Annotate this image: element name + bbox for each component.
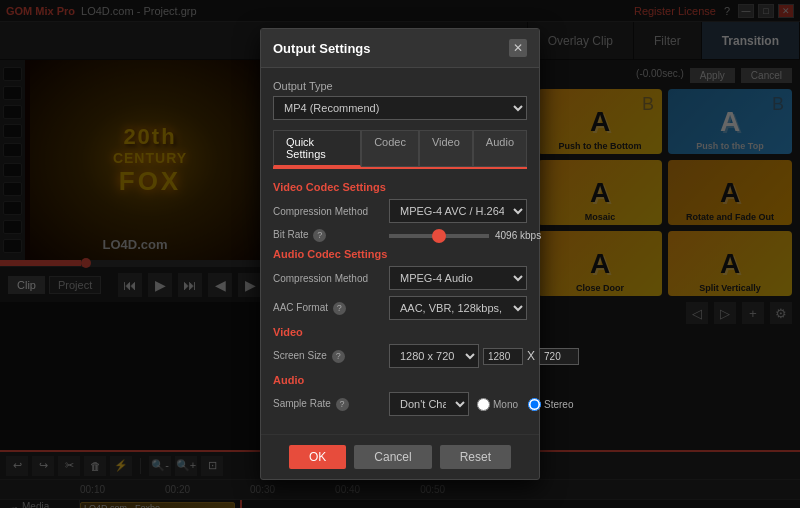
screen-size-info-icon[interactable]: ?: [332, 350, 345, 363]
modal-footer: OK Cancel Reset: [261, 434, 539, 479]
sample-rate-info-icon[interactable]: ?: [336, 398, 349, 411]
modal-overlay: Output Settings ✕ Output Type MP4 (Recom…: [0, 0, 800, 508]
tab-quick-settings[interactable]: Quick Settings: [273, 130, 361, 167]
aac-format-control: AAC, VBR, 128kbps, Quality 30: [389, 296, 527, 320]
screen-size-control: 1280 x 720 (... X: [389, 344, 579, 368]
channel-radio-group: Mono Stereo: [477, 398, 573, 411]
bitrate-slider[interactable]: [389, 234, 489, 238]
dimension-separator: X: [527, 349, 535, 363]
audio-compression-label: Compression Method: [273, 273, 383, 284]
mono-radio[interactable]: Mono: [477, 398, 518, 411]
output-type-select[interactable]: MP4 (Recommend): [273, 96, 527, 120]
output-type-label: Output Type: [273, 80, 527, 92]
audio-compression-row: Compression Method MPEG-4 Audio: [273, 266, 527, 290]
modal-close-button[interactable]: ✕: [509, 39, 527, 57]
compression-control: MPEG-4 AVC / H.264 Suitable for high qua…: [389, 199, 527, 223]
tab-codec[interactable]: Codec: [361, 130, 419, 167]
bitrate-value: 4096 kbps: [495, 230, 541, 241]
modal-body: Output Type MP4 (Recommend) Quick Settin…: [261, 68, 539, 434]
audio-codec-section-title: Audio Codec Settings: [273, 248, 527, 260]
bitrate-control: 4096 kbps: [389, 230, 541, 241]
video-codec-section-title: Video Codec Settings: [273, 181, 527, 193]
audio-compression-select[interactable]: MPEG-4 Audio: [389, 266, 527, 290]
modal-title: Output Settings: [273, 41, 371, 56]
compression-select[interactable]: MPEG-4 AVC / H.264 Suitable for high qua…: [389, 199, 527, 223]
sample-rate-control: Don't Chan... Mono Stereo: [389, 392, 573, 416]
cancel-button[interactable]: Cancel: [354, 445, 431, 469]
aac-info-icon[interactable]: ?: [333, 302, 346, 315]
video-section-title: Video: [273, 326, 527, 338]
screen-size-row: Screen Size ? 1280 x 720 (... X: [273, 344, 527, 368]
tab-audio[interactable]: Audio: [473, 130, 527, 167]
stereo-radio[interactable]: Stereo: [528, 398, 573, 411]
screen-size-label: Screen Size ?: [273, 350, 383, 363]
sample-rate-label: Sample Rate ?: [273, 398, 383, 411]
tab-video[interactable]: Video: [419, 130, 473, 167]
output-type-section: Output Type MP4 (Recommend): [273, 80, 527, 120]
bitrate-label: Bit Rate ?: [273, 229, 383, 242]
audio-section-title: Audio: [273, 374, 527, 386]
modal-header: Output Settings ✕: [261, 29, 539, 68]
modal-tabs: Quick Settings Codec Video Audio: [273, 130, 527, 169]
bitrate-row: Bit Rate ? 4096 kbps: [273, 229, 527, 242]
sample-rate-row: Sample Rate ? Don't Chan... Mono Stereo: [273, 392, 527, 416]
aac-format-select[interactable]: AAC, VBR, 128kbps, Quality 30: [389, 296, 527, 320]
compression-method-row: Compression Method MPEG-4 AVC / H.264 Su…: [273, 199, 527, 223]
compression-label: Compression Method: [273, 206, 383, 217]
sample-rate-select[interactable]: Don't Chan...: [389, 392, 469, 416]
width-input[interactable]: [483, 348, 523, 365]
aac-format-label: AAC Format ?: [273, 302, 383, 315]
output-settings-modal: Output Settings ✕ Output Type MP4 (Recom…: [260, 28, 540, 480]
audio-compression-control: MPEG-4 Audio: [389, 266, 527, 290]
screen-size-select[interactable]: 1280 x 720 (...: [389, 344, 479, 368]
height-input[interactable]: [539, 348, 579, 365]
ok-button[interactable]: OK: [289, 445, 346, 469]
aac-format-row: AAC Format ? AAC, VBR, 128kbps, Quality …: [273, 296, 527, 320]
bitrate-info-icon[interactable]: ?: [313, 229, 326, 242]
reset-button[interactable]: Reset: [440, 445, 511, 469]
